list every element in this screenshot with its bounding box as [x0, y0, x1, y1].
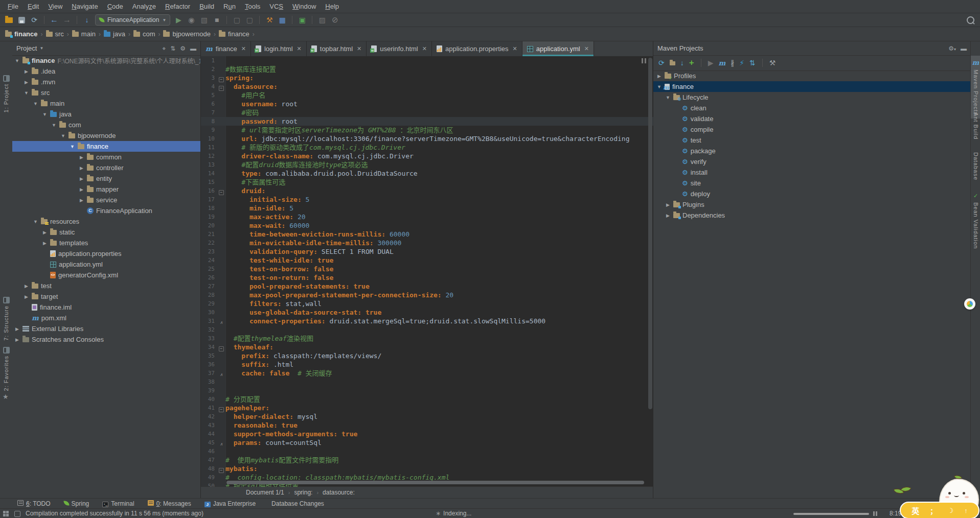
tree-row-application.yml[interactable]: application.yml: [12, 259, 200, 270]
tree-arrow-icon[interactable]: ▶: [42, 230, 48, 235]
maven-row-test[interactable]: ⚙test: [653, 135, 971, 146]
tree-arrow-icon[interactable]: ▶: [24, 294, 29, 299]
vertical-scrollbar[interactable]: [648, 58, 652, 409]
code-line-38[interactable]: 38: [201, 378, 653, 386]
tree-row-com[interactable]: ▼com: [12, 120, 200, 130]
favorites-star-icon[interactable]: ★: [3, 393, 9, 401]
desktop-float-ball[interactable]: [964, 298, 975, 310]
code-line-14[interactable]: 14 type: com.alibaba.druid.pool.DruidDat…: [201, 169, 653, 178]
tree-row-finance[interactable]: ▼finance: [12, 141, 200, 152]
menu-item-file[interactable]: File: [3, 3, 23, 10]
breadcrumb-item-src[interactable]: src: [46, 30, 64, 38]
maven-row-verify[interactable]: ⚙verify: [653, 156, 971, 167]
code-line-24[interactable]: 24 test-while-idle: true: [201, 256, 653, 265]
code-line-46[interactable]: 46: [201, 447, 653, 456]
code-line-7[interactable]: 7 #密码: [201, 108, 653, 117]
sync-icon[interactable]: ⟳: [30, 15, 39, 25]
maven-row-Plugins[interactable]: ▶Plugins: [653, 199, 971, 210]
maven-row-validate[interactable]: ⚙validate: [653, 113, 971, 124]
install-plugin-icon[interactable]: ▣: [298, 15, 307, 25]
close-icon[interactable]: ✕: [297, 45, 302, 52]
tree-row-generatorConfig.xml[interactable]: <>generatorConfig.xml: [12, 270, 200, 280]
close-icon[interactable]: ✕: [584, 45, 589, 52]
yaml-crumb-datasource[interactable]: datasource:: [323, 489, 355, 496]
code-line-20[interactable]: 20 max-wait: 60000: [201, 221, 653, 230]
tool-strip-button-1-project[interactable]: 1: Project: [0, 75, 12, 112]
code-line-43[interactable]: 43 reasonable: true: [201, 421, 653, 430]
maven-row-Lifecycle[interactable]: ▼⚙Lifecycle: [653, 92, 971, 103]
maven-row-Dependencies[interactable]: ▶Dependencies: [653, 210, 971, 221]
horizontal-scrollbar[interactable]: [226, 481, 644, 484]
breadcrumb-item-main[interactable]: main: [72, 30, 96, 38]
menu-item-vcs[interactable]: VCS: [265, 3, 288, 10]
tree-row-src[interactable]: ▼src: [12, 87, 200, 98]
tree-arrow-icon[interactable]: ▼: [42, 112, 48, 117]
code-line-45[interactable]: 45∧ params: count=countSql: [201, 438, 653, 447]
code-area[interactable]: 12#数据库连接配置3−spring:4− datasource:5 #用户名6…: [201, 56, 653, 487]
tree-row-finance.iml[interactable]: finance.iml: [12, 302, 200, 313]
code-line-34[interactable]: 34− thymeleaf:: [201, 343, 653, 351]
tab-finance[interactable]: mfinance✕: [201, 41, 251, 56]
maven-settings-icon[interactable]: ⚒: [769, 59, 776, 67]
menu-item-code[interactable]: Code: [103, 3, 128, 10]
caret-position[interactable]: 8:19: [890, 510, 901, 517]
tool-strip-button-bean-validation[interactable]: ✓Bean Validation: [971, 189, 980, 252]
tree-row-Scratches and Consoles[interactable]: ▶Scratches and Consoles: [12, 334, 200, 345]
tree-arrow-icon[interactable]: ▼: [60, 133, 66, 138]
tree-arrow-icon[interactable]: ▶: [79, 198, 84, 203]
fold-marker-icon[interactable]: −: [217, 404, 225, 413]
tree-arrow-icon[interactable]: ▼: [656, 84, 662, 89]
maven-row-finance[interactable]: ▼mfinance: [653, 81, 971, 92]
code-line-9[interactable]: 9 # url需要指定时区serverTimezone为 GMT%2B8 ：北京…: [201, 126, 653, 134]
fold-marker-icon[interactable]: ∧: [217, 438, 225, 448]
close-icon[interactable]: ✕: [422, 45, 427, 52]
tree-row-service[interactable]: ▶service: [12, 195, 200, 205]
add-maven-project-icon[interactable]: +: [689, 58, 694, 68]
code-line-28[interactable]: 28 max-pool-prepared-statement-per-conne…: [201, 291, 653, 299]
tree-arrow-icon[interactable]: ▼: [665, 95, 671, 100]
code-line-8[interactable]: 8 password: root: [201, 117, 653, 126]
tree-arrow-icon[interactable]: ▶: [14, 337, 20, 342]
tree-row-finance[interactable]: ▼finance F:\ONE源码文件\系统源码\完整系统\个人理财系统\_16: [12, 55, 200, 66]
menu-item-tools[interactable]: Tools: [240, 3, 265, 10]
tree-row-controller[interactable]: ▶controller: [12, 162, 200, 173]
maven-row-compile[interactable]: ⚙compile: [653, 124, 971, 135]
locate-icon[interactable]: ⌖: [162, 45, 166, 52]
run-icon[interactable]: ▶: [174, 15, 183, 25]
fold-marker-icon[interactable]: −: [217, 186, 225, 196]
tree-arrow-icon[interactable]: ▶: [14, 326, 20, 332]
code-line-40[interactable]: 40# 分页配置: [201, 395, 653, 404]
tree-arrow-icon[interactable]: ▶: [24, 284, 29, 289]
close-icon[interactable]: ✕: [241, 45, 246, 52]
tree-arrow-icon[interactable]: ▶: [79, 187, 84, 192]
tree-arrow-icon[interactable]: ▶: [79, 155, 84, 160]
tree-row-mapper[interactable]: ▶mapper: [12, 184, 200, 195]
tool-window-button-0-messages[interactable]: 0: Messages: [148, 500, 191, 507]
open-icon[interactable]: [4, 15, 13, 25]
code-line-32[interactable]: 32: [201, 325, 653, 334]
code-line-6[interactable]: 6 username: root: [201, 100, 653, 108]
save-all-icon[interactable]: [17, 15, 26, 25]
debug-icon[interactable]: ◉: [187, 15, 196, 25]
tree-row-target[interactable]: ▶target: [12, 291, 200, 302]
tree-row-.mvn[interactable]: ▶.mvn: [12, 77, 200, 87]
code-line-18[interactable]: 18 min-idle: 5: [201, 204, 653, 213]
code-line-41[interactable]: 41−pagehelper:: [201, 404, 653, 412]
tree-row-templates[interactable]: ▶templates: [12, 238, 200, 248]
generate-sources-icon[interactable]: [670, 59, 675, 67]
code-line-36[interactable]: 36 suffix: .html: [201, 360, 653, 369]
tool-strip-button-ant-build[interactable]: Ant Build: [971, 108, 980, 143]
settings-icon[interactable]: ⚒: [265, 15, 274, 25]
maven-row-package[interactable]: ⚙package: [653, 146, 971, 156]
breadcrumb-item-java[interactable]: java: [104, 30, 125, 38]
hide-panel-icon[interactable]: ▬: [190, 45, 196, 52]
tree-arrow-icon[interactable]: ▶: [665, 213, 671, 218]
tool-strip-button-database[interactable]: Database: [971, 148, 980, 183]
code-line-2[interactable]: 2#数据库连接配置: [201, 65, 653, 74]
profiler-icon[interactable]: ▢: [245, 15, 254, 25]
tree-arrow-icon[interactable]: ▶: [79, 176, 84, 181]
tab-application.yml[interactable]: application.yml✕: [522, 41, 594, 56]
code-line-5[interactable]: 5 #用户名: [201, 91, 653, 100]
code-line-33[interactable]: 33 #配置thymeleaf渲染视图: [201, 334, 653, 343]
breadcrumb-item-bjpowernode[interactable]: bjpowernode: [163, 30, 210, 38]
